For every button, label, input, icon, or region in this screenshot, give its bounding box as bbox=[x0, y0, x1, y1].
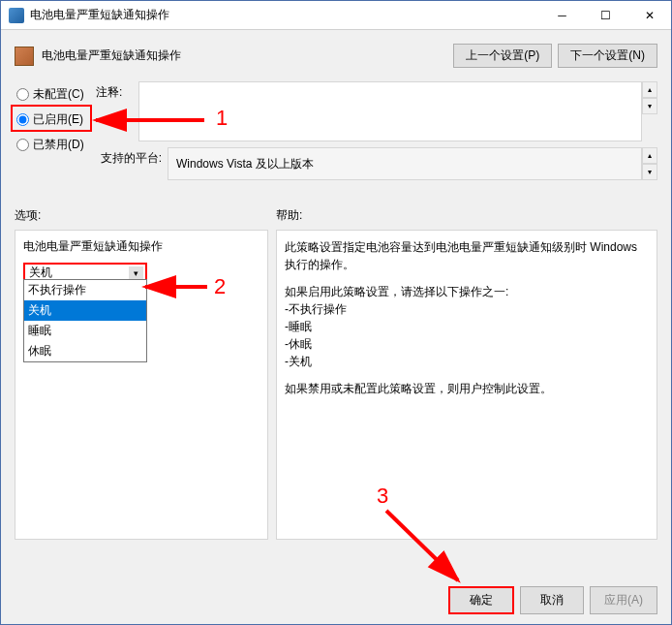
help-panel: 此策略设置指定电池容量达到电池电量严重短缺通知级别时 Windows 执行的操作… bbox=[276, 230, 657, 540]
state-radio-group: 未配置(C) 已启用(E) 已禁用(D) bbox=[15, 81, 96, 157]
radio-not-configured[interactable]: 未配置(C) bbox=[15, 81, 96, 107]
titlebar: 电池电量严重短缺通知操作 ─ ☐ ✕ bbox=[1, 1, 671, 30]
help-li1: -不执行操作 bbox=[285, 300, 649, 318]
options-label: 选项: bbox=[15, 207, 276, 224]
option-no-action[interactable]: 不执行操作 bbox=[24, 280, 146, 300]
window-title: 电池电量严重短缺通知操作 bbox=[30, 7, 540, 23]
close-button[interactable]: ✕ bbox=[627, 1, 671, 29]
policy-title: 电池电量严重短缺通知操作 bbox=[42, 47, 453, 64]
platform-spin-down[interactable]: ▾ bbox=[642, 164, 657, 180]
comment-spin-down[interactable]: ▾ bbox=[642, 98, 657, 114]
comment-label: 注释: bbox=[96, 81, 138, 101]
help-li4: -关机 bbox=[285, 353, 649, 370]
chevron-down-icon[interactable]: ▾ bbox=[129, 266, 143, 279]
help-p1: 此策略设置指定电池容量达到电池电量严重短缺通知级别时 Windows 执行的操作… bbox=[285, 238, 649, 273]
option-sleep[interactable]: 睡眠 bbox=[24, 321, 146, 341]
help-label: 帮助: bbox=[276, 207, 302, 224]
maximize-button[interactable]: ☐ bbox=[584, 1, 627, 29]
radio-enabled-input[interactable] bbox=[16, 113, 29, 126]
help-p3: 如果禁用或未配置此策略设置，则用户控制此设置。 bbox=[285, 380, 649, 397]
ok-button[interactable]: 确定 bbox=[448, 586, 514, 614]
option-shutdown[interactable]: 关机 bbox=[24, 300, 146, 321]
radio-enabled-label: 已启用(E) bbox=[33, 111, 83, 128]
next-setting-button[interactable]: 下一个设置(N) bbox=[558, 44, 657, 68]
options-group-title: 电池电量严重短缺通知操作 bbox=[23, 238, 260, 255]
comment-textarea[interactable] bbox=[138, 81, 642, 141]
radio-not-configured-input[interactable] bbox=[16, 88, 29, 101]
platform-label: 支持的平台: bbox=[96, 147, 168, 167]
app-icon bbox=[9, 8, 24, 23]
apply-button[interactable]: 应用(A) bbox=[590, 586, 657, 614]
help-p2: 如果启用此策略设置，请选择以下操作之一: bbox=[285, 283, 649, 300]
options-panel: 电池电量严重短缺通知操作 关机 ▾ 不执行操作 关机 睡眠 休眠 bbox=[15, 230, 268, 540]
radio-disabled[interactable]: 已禁用(D) bbox=[15, 132, 96, 157]
policy-icon bbox=[15, 47, 34, 66]
action-dropdown: 不执行操作 关机 睡眠 休眠 bbox=[23, 279, 147, 362]
cancel-button[interactable]: 取消 bbox=[520, 586, 584, 614]
prev-setting-button[interactable]: 上一个设置(P) bbox=[453, 44, 552, 68]
radio-enabled[interactable]: 已启用(E) bbox=[15, 107, 96, 132]
radio-not-configured-label: 未配置(C) bbox=[33, 86, 84, 103]
help-li2: -睡眠 bbox=[285, 318, 649, 335]
radio-disabled-input[interactable] bbox=[16, 139, 29, 151]
platform-value: Windows Vista 及以上版本 bbox=[168, 147, 642, 180]
header-row: 电池电量严重短缺通知操作 上一个设置(P) 下一个设置(N) bbox=[1, 30, 671, 74]
dialog-window: 电池电量严重短缺通知操作 ─ ☐ ✕ 电池电量严重短缺通知操作 上一个设置(P)… bbox=[0, 0, 672, 625]
minimize-button[interactable]: ─ bbox=[540, 1, 584, 29]
radio-disabled-label: 已禁用(D) bbox=[33, 137, 84, 153]
help-li3: -休眠 bbox=[285, 335, 649, 353]
option-hibernate[interactable]: 休眠 bbox=[24, 341, 146, 361]
comment-spin-up[interactable]: ▴ bbox=[642, 81, 657, 98]
platform-spin-up[interactable]: ▴ bbox=[642, 147, 657, 164]
